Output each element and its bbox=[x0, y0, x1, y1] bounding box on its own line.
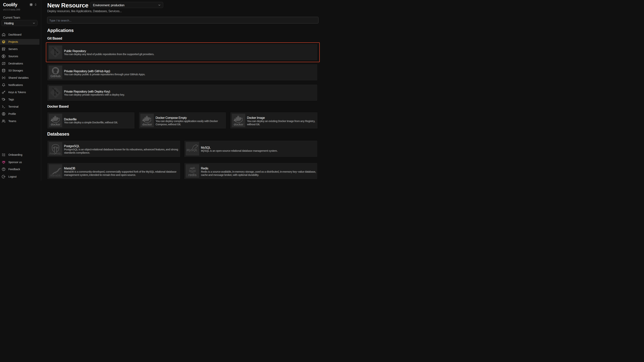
svg-text:docker: docker bbox=[142, 123, 152, 126]
svg-text:redis: redis bbox=[188, 173, 196, 177]
svg-text:PostgreSQL: PostgreSQL bbox=[50, 152, 61, 155]
svg-text:docker: docker bbox=[51, 123, 60, 126]
svg-text:MySQL: MySQL bbox=[186, 148, 198, 152]
svg-text:GitHub: GitHub bbox=[50, 74, 60, 78]
svg-text:MariaDB: MariaDB bbox=[50, 174, 60, 177]
svg-text:docker: docker bbox=[234, 123, 243, 126]
